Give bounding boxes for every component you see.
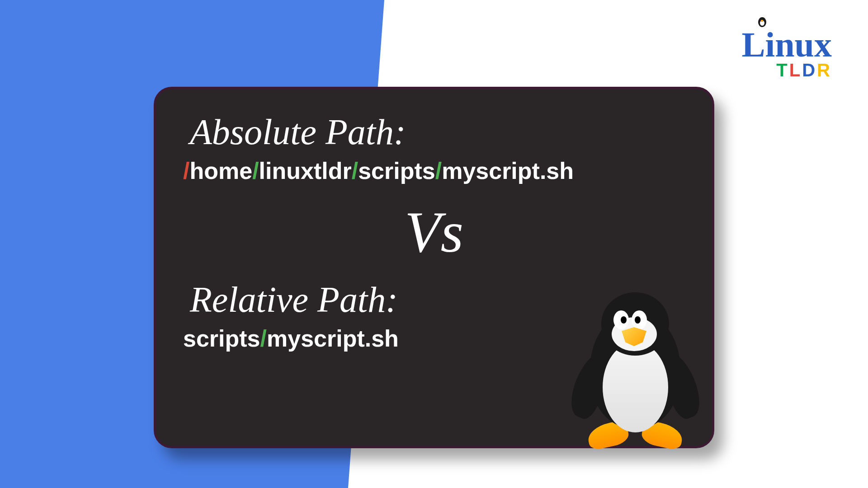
path-slash: / [183, 158, 189, 184]
path-slash: / [352, 158, 358, 184]
path-segment: linuxtldr [259, 158, 352, 184]
logo-main-text: Linux [742, 27, 832, 62]
linux-tldr-logo: Linux TLDR [742, 27, 832, 80]
path-slash: / [260, 325, 267, 352]
logo-linux-text: Linux [742, 25, 832, 64]
vs-text: Vs [183, 198, 685, 266]
path-segment: myscript.sh [267, 325, 399, 352]
path-segment: home [189, 158, 252, 184]
main-card: Absolute Path: /home/linuxtldr/scripts/m… [154, 87, 714, 448]
path-segment: scripts [358, 158, 435, 184]
penguin-icon [757, 14, 768, 27]
absolute-path-heading: Absolute Path: [190, 112, 685, 153]
absolute-path-value: /home/linuxtldr/scripts/myscript.sh [183, 157, 685, 184]
path-segment: scripts [183, 325, 260, 352]
path-slash: / [435, 158, 442, 184]
tux-penguin-icon [554, 288, 717, 469]
path-segment: myscript.sh [442, 158, 574, 184]
path-slash: / [252, 158, 259, 184]
